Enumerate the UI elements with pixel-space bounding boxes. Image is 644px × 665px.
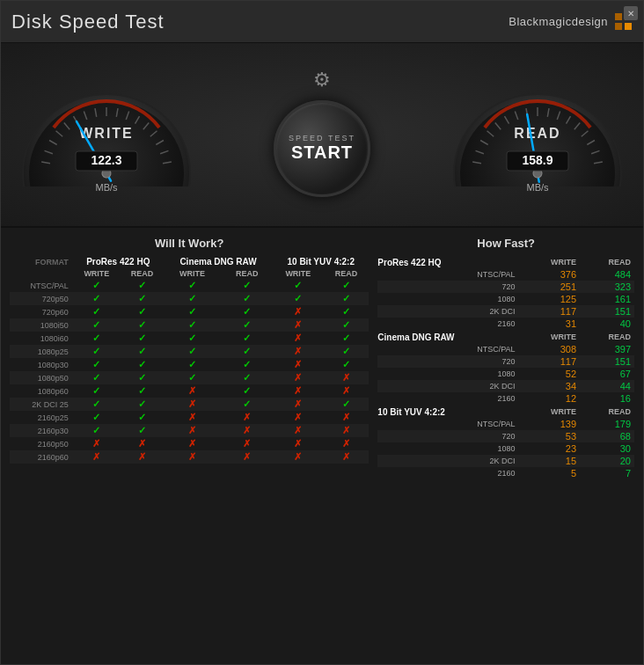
check-cell: ✗ xyxy=(324,411,370,424)
svg-text:158.9: 158.9 xyxy=(522,153,553,167)
format-cell: 720 xyxy=(377,281,519,293)
read-val-cell: 40 xyxy=(580,318,634,330)
check-cell: ✓ xyxy=(73,305,121,318)
table-row: 1080i60✓✓✓✓✗✓ xyxy=(10,332,369,345)
check-cell: ✓ xyxy=(164,318,221,332)
check-cell: ✓ xyxy=(221,371,273,384)
check-cell: ✗ xyxy=(273,332,323,345)
table-row: 2160p60✗✗✗✗✗✗ xyxy=(10,450,369,464)
check-cell: ✓ xyxy=(121,411,164,424)
table-row: 1080p25✓✓✓✓✗✓ xyxy=(10,345,369,358)
check-cell: ✓ xyxy=(121,371,164,384)
write-val-cell: 308 xyxy=(520,343,580,355)
format-cell: NTSC/PAL xyxy=(377,268,519,281)
bmd-sq-3 xyxy=(615,23,622,30)
write-value-text: 122.3 xyxy=(91,153,121,167)
write-val-cell: 31 xyxy=(520,318,580,330)
write-val-cell: 251 xyxy=(520,281,580,293)
read-val-cell: 20 xyxy=(580,455,634,467)
table-row: 1080p60✓✓✗✓✗✗ xyxy=(10,384,369,398)
check-cell: ✗ xyxy=(273,411,323,424)
check-cell: ✗ xyxy=(164,450,221,464)
format-cell: NTSC/PAL xyxy=(10,279,73,292)
check-cell: ✗ xyxy=(73,437,121,450)
check-cell: ✓ xyxy=(324,279,370,292)
check-cell: ✓ xyxy=(221,332,273,345)
check-cell: ✓ xyxy=(221,345,273,358)
check-cell: ✗ xyxy=(324,424,370,437)
start-label: START xyxy=(291,142,353,163)
check-cell: ✓ xyxy=(273,292,323,305)
check-cell: ✓ xyxy=(221,279,273,292)
group-header-row: ProRes 422 HQWRITEREAD xyxy=(377,255,634,268)
table-row: 1080p30✓✓✓✓✗✓ xyxy=(10,358,369,371)
table-row: 21603140 xyxy=(377,318,634,330)
format-cell: 2K DCI 25 xyxy=(10,398,73,411)
check-cell: ✗ xyxy=(164,424,221,437)
check-cell: ✓ xyxy=(73,358,121,371)
write-val-cell: 52 xyxy=(520,368,580,380)
table-row: 10805267 xyxy=(377,368,634,380)
check-cell: ✓ xyxy=(121,345,164,358)
start-button[interactable]: SPEED TEST START xyxy=(274,100,370,197)
format-cell: 720 xyxy=(377,430,519,442)
check-cell: ✗ xyxy=(221,411,273,424)
check-cell: ✓ xyxy=(221,318,273,332)
format-cell: 720p50 xyxy=(10,292,73,305)
check-cell: ✓ xyxy=(73,292,121,305)
gauge-section: WRITE 122.3 MB/s ⚙ SPEED TEST START xyxy=(1,43,643,228)
group-header-row: 10 Bit YUV 4:2:2WRITEREAD xyxy=(377,405,634,418)
table-row: 2160p50✗✗✗✗✗✗ xyxy=(10,437,369,450)
format-cell: 1080 xyxy=(377,442,519,455)
format-cell: 2160p60 xyxy=(10,450,73,464)
check-cell: ✗ xyxy=(324,437,370,450)
check-cell: ✗ xyxy=(273,371,323,384)
check-cell: ✓ xyxy=(221,305,273,318)
speed-test-label: SPEED TEST xyxy=(289,134,355,142)
write-unit: MB/s xyxy=(95,182,117,193)
sub-read-2: READ xyxy=(221,268,273,279)
format-cell: 1080i50 xyxy=(10,318,73,332)
format-cell: 2160p50 xyxy=(10,437,73,450)
write-val-cell: 23 xyxy=(520,442,580,455)
check-cell: ✓ xyxy=(73,332,121,345)
format-cell: 1080p25 xyxy=(10,345,73,358)
check-cell: ✓ xyxy=(221,292,273,305)
write-val-cell: 34 xyxy=(520,380,580,392)
gear-icon[interactable]: ⚙ xyxy=(313,69,331,91)
write-col-header: WRITE xyxy=(520,405,580,418)
check-cell: ✓ xyxy=(73,424,121,437)
check-cell: ✗ xyxy=(164,411,221,424)
check-cell: ✓ xyxy=(121,424,164,437)
format-cell: NTSC/PAL xyxy=(377,343,519,355)
check-cell: ✓ xyxy=(221,358,273,371)
check-cell: ✓ xyxy=(164,332,221,345)
yuv-header: 10 Bit YUV 4:2:2 xyxy=(273,255,369,268)
table-row: 2160p25✓✓✗✗✗✗ xyxy=(10,411,369,424)
table-row: NTSC/PAL✓✓✓✓✓✓ xyxy=(10,279,369,292)
write-val-cell: 53 xyxy=(520,430,580,442)
check-cell: ✗ xyxy=(324,371,370,384)
data-section: Will It Work? FORMAT ProRes 422 HQ Cinem… xyxy=(1,228,643,664)
how-fast-title: How Fast? xyxy=(377,237,634,250)
table-row: 10802330 xyxy=(377,442,634,455)
check-cell: ✗ xyxy=(273,398,323,411)
check-cell: ✗ xyxy=(221,450,273,464)
write-val-cell: 117 xyxy=(520,305,580,318)
center-controls: ⚙ SPEED TEST START xyxy=(274,69,370,197)
cdng-header: Cinema DNG RAW xyxy=(164,255,273,268)
check-cell: ✓ xyxy=(121,358,164,371)
check-cell: ✓ xyxy=(73,384,121,398)
format-cell: 1080 xyxy=(377,293,519,305)
format-cell: 2160 xyxy=(377,392,519,405)
check-cell: ✓ xyxy=(73,318,121,332)
read-val-cell: 30 xyxy=(580,442,634,455)
table-row: 1080i50✓✓✓✓✗✓ xyxy=(10,318,369,332)
read-val-cell: 484 xyxy=(580,268,634,281)
format-cell: 2K DCI xyxy=(377,305,519,318)
format-cell: 1080i60 xyxy=(10,332,73,345)
close-button[interactable]: ✕ xyxy=(624,6,638,20)
check-cell: ✓ xyxy=(164,279,221,292)
check-cell: ✓ xyxy=(73,345,121,358)
table-row: 720251323 xyxy=(377,281,634,293)
